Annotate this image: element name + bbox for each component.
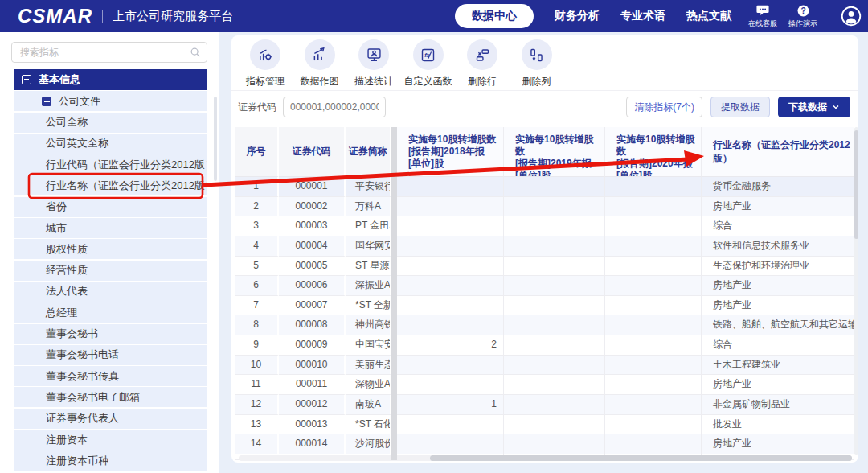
toolbar-tool[interactable]: 删除列 <box>514 39 559 88</box>
toolbar-tool[interactable]: 数据作图 <box>297 39 342 88</box>
table-row[interactable]: 7 000007 *ST 全新 房地产业 <box>235 296 854 316</box>
horizontal-scrollbar[interactable] <box>239 455 852 461</box>
table-row[interactable]: 2 000002 万科A 房地产业 <box>235 197 854 217</box>
table-row[interactable]: 1 000001 平安银行 货币金融服务 <box>235 177 854 197</box>
sidebar-item[interactable]: 行业名称（证监会行业分类2012版） <box>14 175 207 195</box>
table-row[interactable]: 5 000005 ST 星源 生态保护和环境治理业 <box>235 257 854 277</box>
toolbar-tool[interactable]: 删除行 <box>460 39 505 88</box>
column-header: 行业名称（证监会行业分类2012版） <box>702 127 854 177</box>
sidebar-item[interactable]: 总经理 <box>14 302 207 323</box>
descriptive-stats-icon <box>358 39 389 70</box>
avatar-icon[interactable] <box>841 6 862 27</box>
query-bar: 证券代码 清除指标(7个) 提取数据 下载数据 <box>238 97 850 117</box>
sidebar-item[interactable]: 经营性质 <box>14 261 207 281</box>
column-header: 序号 <box>235 127 279 177</box>
utility-divider <box>829 10 829 23</box>
chevron-down-icon <box>832 103 840 111</box>
platform-title: 上市公司研究服务平台 <box>113 9 233 24</box>
sidebar-item[interactable]: 注册资本 <box>14 430 207 450</box>
table-row[interactable]: 6 000006 深振业A 房地产业 <box>235 276 854 296</box>
download-data-button[interactable]: 下载数据 <box>778 97 850 117</box>
frozen-columns-divider[interactable] <box>391 127 397 460</box>
search-input[interactable] <box>11 42 207 63</box>
svg-text:?: ? <box>800 6 805 15</box>
nav-menu-item[interactable]: 专业术语 <box>620 5 665 27</box>
table-row[interactable]: 8 000008 神州高铁 铁路、船舶、航空航天和其它运输设备... <box>235 315 854 335</box>
table-toolbar: 指标管理 数据作图 描述统计 fx 自定义函数 删除行 <box>243 39 559 88</box>
sidebar-item[interactable]: 城市 <box>14 218 207 238</box>
sidebar-item[interactable]: 股权性质 <box>14 239 207 259</box>
search-icon <box>190 47 201 61</box>
sidebar-item[interactable]: 公司英文全称 <box>14 134 207 154</box>
toolbar-divider <box>231 90 858 91</box>
nav-menu-item[interactable]: 数据中心 <box>455 4 534 28</box>
sidebar-item[interactable]: 省份 <box>14 197 207 217</box>
data-table: 序号 证券代码 证券简称 实施每10股转增股数 [报告期]2018年报 [单位]… <box>235 127 854 460</box>
sidebar-item[interactable]: 注册资本币种 <box>14 450 207 471</box>
collapse-minus-icon[interactable] <box>22 75 31 84</box>
sidebar-item[interactable]: 董事会秘书电子邮箱 <box>14 387 207 407</box>
main-menu: 数据中心 财务分析 专业术语 热点文献 <box>455 0 731 32</box>
collapse-minus-icon[interactable] <box>42 97 51 106</box>
sidebar-search <box>11 42 207 63</box>
table-row[interactable]: 13 000013 *ST 石化A 批发业 <box>235 415 854 435</box>
sidebar-item[interactable]: 法人代表 <box>14 282 207 302</box>
nav-menu-item[interactable]: 热点文献 <box>686 5 731 27</box>
indicator-manage-icon <box>250 39 280 70</box>
data-chart-icon <box>305 39 335 70</box>
toolbar-tool[interactable]: fx 自定义函数 <box>406 39 451 88</box>
question-icon: ? <box>796 4 810 18</box>
table-row[interactable]: 3 000003 PT 金田A 综合 <box>235 216 854 236</box>
top-navbar: CSMAR 上市公司研究服务平台 数据中心 财务分析 专业术语 热点文献 在线客… <box>0 0 868 32</box>
column-header: 实施每10股转增股数 [报告期]2020年报 [单位]股 <box>605 127 702 177</box>
column-header: 实施每10股转增股数 [报告期]2018年报 [单位]股 <box>397 127 504 177</box>
sidebar-item[interactable]: 公司全称 <box>14 113 207 133</box>
utility-button[interactable]: ? 操作演示 <box>788 4 817 29</box>
logo-divider <box>102 10 103 23</box>
table-row[interactable]: 9 000009 中国宝安 2 综合 <box>235 335 854 356</box>
toolbar-tool[interactable]: 指标管理 <box>243 39 288 88</box>
sidebar-item[interactable]: 董事会秘书 <box>14 324 207 344</box>
extract-data-button[interactable]: 提取数据 <box>710 97 770 117</box>
csmar-logo: CSMAR <box>18 5 92 27</box>
sidebar-item-basic-info[interactable]: 基本信息 <box>14 69 207 90</box>
table-row[interactable]: 11 000011 深物业A 房地产业 <box>235 375 854 395</box>
vertical-scrollbar[interactable] <box>854 127 858 455</box>
security-code-label: 证券代码 <box>238 101 276 114</box>
column-header: 证券简称 <box>346 127 391 177</box>
indicator-tree: 基本信息 公司文件 公司全称 公司英文全称 行业代码（证监会行业分类2012版） <box>14 69 207 471</box>
column-header: 实施每10股转增股数 [报告期]2019年报 [单位]股 <box>504 127 605 177</box>
table-row[interactable]: 14 000014 沙河股份 房地产业 <box>235 434 854 454</box>
table-row[interactable]: 4 000004 国华网安 软件和信息技术服务业 <box>235 236 854 257</box>
toolbar-tool[interactable]: 描述统计 <box>351 39 396 88</box>
data-center-panel: 指标管理 数据作图 描述统计 fx 自定义函数 删除行 <box>231 35 858 463</box>
utility-buttons: 在线客服 ? 操作演示 <box>748 4 817 29</box>
table-header-row: 序号 证券代码 证券简称 实施每10股转增股数 [报告期]2018年报 [单位]… <box>235 127 854 177</box>
clear-indicators-button[interactable]: 清除指标(7个) <box>626 97 702 117</box>
indicator-sidebar: 基本信息 公司文件 公司全称 公司英文全称 行业代码（证监会行业分类2012版） <box>0 32 219 473</box>
sidebar-item-company-files[interactable]: 公司文件 <box>14 91 207 111</box>
table-row[interactable]: 12 000012 南玻A 1 非金属矿物制品业 <box>235 395 854 415</box>
horizontal-scrollbar-thumb[interactable] <box>430 455 852 461</box>
sidebar-item[interactable]: 董事会秘书电话 <box>14 345 207 365</box>
sidebar-leaf-items: 公司全称 公司英文全称 行业代码（证监会行业分类2012版） 行业名称（证监会行… <box>14 113 207 471</box>
sidebar-item[interactable]: 行业代码（证监会行业分类2012版） <box>14 154 207 175</box>
chat-icon <box>755 4 770 18</box>
delete-row-icon <box>467 39 497 70</box>
table-body: 1 000001 平安银行 货币金融服务 2 000002 万科A <box>235 177 854 454</box>
utility-button[interactable]: 在线客服 <box>748 4 777 29</box>
table-row[interactable]: 10 000010 美丽生态 土木工程建筑业 <box>235 356 854 376</box>
sidebar-item[interactable]: 证券事务代表人 <box>14 409 207 429</box>
vertical-scrollbar-thumb[interactable] <box>854 130 858 239</box>
sidebar-scrollbar[interactable] <box>214 97 217 181</box>
nav-menu-item[interactable]: 财务分析 <box>555 5 600 27</box>
delete-column-icon <box>522 39 552 70</box>
security-code-input[interactable] <box>283 97 386 117</box>
sidebar-item[interactable]: 董事会秘书传真 <box>14 366 207 386</box>
custom-function-icon: fx <box>413 39 444 70</box>
column-header: 证券代码 <box>279 127 346 177</box>
